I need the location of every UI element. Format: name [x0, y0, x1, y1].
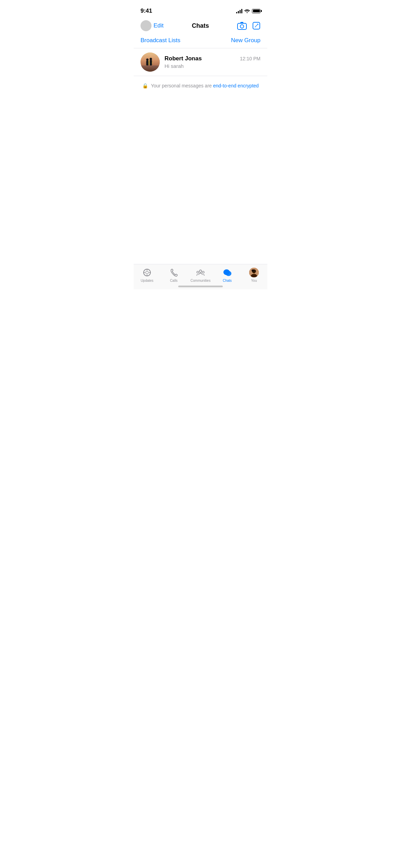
signal-icon [236, 9, 243, 13]
edit-label[interactable]: Edit [154, 22, 163, 29]
status-time: 9:41 [141, 8, 152, 14]
broadcast-lists-button[interactable]: Broadcast Lists [141, 37, 180, 44]
svg-rect-3 [241, 22, 243, 23]
lock-icon: 🔒 [142, 83, 148, 88]
svg-rect-6 [141, 65, 160, 72]
edit-button[interactable]: Edit [141, 20, 163, 31]
svg-point-19 [197, 271, 199, 273]
home-indicator [178, 286, 223, 287]
chat-info: Robert Jonas 12:10 PM Hi sarah [165, 55, 260, 69]
svg-point-20 [202, 271, 204, 273]
you-label: You [251, 279, 257, 282]
chat-time: 12:10 PM [240, 56, 260, 61]
tab-updates[interactable]: Updates [137, 268, 157, 282]
compose-button[interactable] [252, 22, 260, 30]
tab-communities[interactable]: Communities [190, 268, 211, 282]
nav-header: Edit Chats [134, 17, 267, 34]
svg-point-13 [146, 271, 148, 274]
svg-point-8 [146, 59, 149, 61]
svg-point-18 [199, 270, 202, 273]
status-icons [236, 9, 261, 13]
encryption-prefix: Your personal messages are [151, 83, 213, 88]
chat-item[interactable]: Robert Jonas 12:10 PM Hi sarah [134, 48, 267, 76]
tab-chats[interactable]: Chats [217, 268, 238, 282]
chat-list: Robert Jonas 12:10 PM Hi sarah [134, 48, 267, 76]
tab-you[interactable]: You [244, 268, 264, 282]
svg-point-1 [240, 25, 244, 28]
chat-message: Hi sarah [165, 63, 260, 69]
status-bar: 9:41 [134, 0, 267, 17]
calls-label: Calls [170, 279, 178, 282]
nav-icons [237, 22, 260, 30]
wifi-icon [244, 9, 250, 13]
svg-rect-11 [150, 60, 152, 65]
svg-rect-0 [238, 23, 246, 29]
updates-label: Updates [141, 279, 153, 282]
chats-icon [222, 268, 232, 277]
tab-calls[interactable]: Calls [163, 268, 184, 282]
svg-point-10 [150, 58, 152, 60]
chat-name: Robert Jonas [165, 55, 202, 62]
battery-icon [252, 9, 260, 13]
you-icon [249, 268, 259, 277]
communities-icon [196, 268, 205, 277]
avatar [141, 20, 151, 31]
svg-point-28 [252, 269, 254, 272]
communities-label: Communities [191, 279, 210, 282]
subheader: Broadcast Lists New Group [134, 34, 267, 48]
svg-point-23 [224, 270, 229, 275]
updates-icon [142, 268, 152, 277]
encryption-notice: 🔒 Your personal messages are end-to-end … [134, 76, 267, 95]
calls-icon [169, 268, 179, 277]
new-group-button[interactable]: New Group [231, 37, 260, 44]
chats-label: Chats [223, 279, 232, 282]
camera-button[interactable] [237, 22, 247, 30]
page-title: Chats [192, 22, 209, 29]
avatar [141, 52, 160, 72]
encryption-link[interactable]: end-to-end encrypted [213, 83, 259, 88]
svg-rect-9 [146, 61, 149, 65]
